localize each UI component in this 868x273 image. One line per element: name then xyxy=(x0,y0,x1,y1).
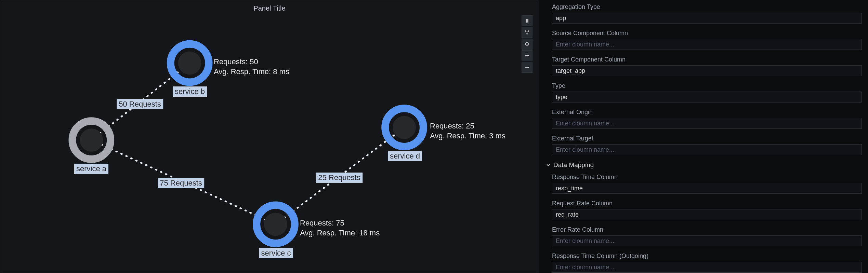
visualization-panel: Panel Title xyxy=(0,0,539,273)
node-service-a[interactable] xyxy=(72,121,110,159)
pause-icon xyxy=(525,18,529,23)
section-header-data-mapping[interactable]: Data Mapping xyxy=(546,161,862,169)
fit-button[interactable] xyxy=(522,39,532,50)
node-service-d[interactable] xyxy=(385,108,423,147)
edge-label-c-d: 25 Requests xyxy=(316,173,363,183)
node-label-a: service a xyxy=(74,164,108,174)
field-aggregation-type: Aggregation Type xyxy=(552,3,862,24)
input-target-component[interactable] xyxy=(552,65,862,76)
field-error-rate: Error Rate Column xyxy=(552,226,862,246)
chevron-down-icon xyxy=(546,163,551,167)
field-type: Type xyxy=(552,82,862,103)
field-target-component: Target Component Column xyxy=(552,56,862,76)
svg-point-5 xyxy=(264,213,287,236)
stats-button[interactable] xyxy=(522,27,532,38)
label-aggregation-type: Aggregation Type xyxy=(552,3,862,11)
label-target-component: Target Component Column xyxy=(552,56,862,63)
node-tooltip-c: Requests: 75 Avg. Resp. Time: 18 ms xyxy=(300,218,380,238)
minus-icon xyxy=(525,65,529,70)
node-service-c[interactable] xyxy=(257,205,295,243)
target-icon xyxy=(525,42,529,46)
stats-icon xyxy=(525,30,529,35)
requests-text: Requests: 75 xyxy=(300,218,380,228)
field-response-time-out: Response Time Column (Outgoing) xyxy=(552,252,862,273)
node-service-b[interactable] xyxy=(171,44,209,82)
section-title-data-mapping: Data Mapping xyxy=(553,161,594,169)
graph-toolbar xyxy=(522,15,532,73)
field-response-time: Response Time Column xyxy=(552,174,862,194)
plus-icon xyxy=(525,53,529,58)
label-external-origin: External Origin xyxy=(552,109,862,116)
input-external-origin[interactable] xyxy=(552,118,862,129)
node-tooltip-b: Requests: 50 Avg. Resp. Time: 8 ms xyxy=(214,57,289,77)
field-external-origin: External Origin xyxy=(552,109,862,129)
requests-text: Requests: 25 xyxy=(430,121,505,131)
edge-label-a-b: 50 Requests xyxy=(117,99,163,109)
label-request-rate: Request Rate Column xyxy=(552,200,862,207)
input-response-time[interactable] xyxy=(552,183,862,194)
zoom-in-button[interactable] xyxy=(522,50,532,61)
svg-point-7 xyxy=(393,116,416,139)
avg-resp-text: Avg. Resp. Time: 18 ms xyxy=(300,228,380,238)
zoom-out-button[interactable] xyxy=(522,62,532,73)
input-external-target[interactable] xyxy=(552,144,862,155)
label-error-rate: Error Rate Column xyxy=(552,226,862,233)
field-request-rate: Request Rate Column xyxy=(552,200,862,220)
node-label-c: service c xyxy=(259,248,293,258)
input-source-component[interactable] xyxy=(552,39,862,50)
edge-label-a-c: 75 Requests xyxy=(158,178,204,188)
svg-point-1 xyxy=(80,128,103,152)
label-response-time-out: Response Time Column (Outgoing) xyxy=(552,252,862,260)
label-type: Type xyxy=(552,82,862,90)
avg-resp-text: Avg. Resp. Time: 8 ms xyxy=(214,67,289,77)
node-label-b: service b xyxy=(173,86,207,97)
graph-canvas[interactable]: service a service b service c service d … xyxy=(0,0,539,273)
svg-point-3 xyxy=(178,52,201,75)
svg-point-14 xyxy=(527,44,528,45)
pause-button[interactable] xyxy=(522,15,532,26)
label-source-component: Source Component Column xyxy=(552,30,862,37)
requests-text: Requests: 50 xyxy=(214,57,289,67)
input-error-rate[interactable] xyxy=(552,235,862,246)
node-tooltip-d: Requests: 25 Avg. Resp. Time: 3 ms xyxy=(430,121,505,141)
input-aggregation-type[interactable] xyxy=(552,13,862,24)
node-label-d: service d xyxy=(388,151,422,161)
svg-rect-8 xyxy=(526,19,527,23)
input-type[interactable] xyxy=(552,92,862,103)
input-response-time-out[interactable] xyxy=(552,262,862,273)
options-panel: Aggregation Type Source Component Column… xyxy=(546,0,868,273)
label-response-time: Response Time Column xyxy=(552,174,862,181)
input-request-rate[interactable] xyxy=(552,209,862,220)
avg-resp-text: Avg. Resp. Time: 3 ms xyxy=(430,131,505,141)
svg-rect-9 xyxy=(527,19,528,23)
label-external-target: External Target xyxy=(552,135,862,142)
field-source-component: Source Component Column xyxy=(552,30,862,50)
field-external-target: External Target xyxy=(552,135,862,155)
